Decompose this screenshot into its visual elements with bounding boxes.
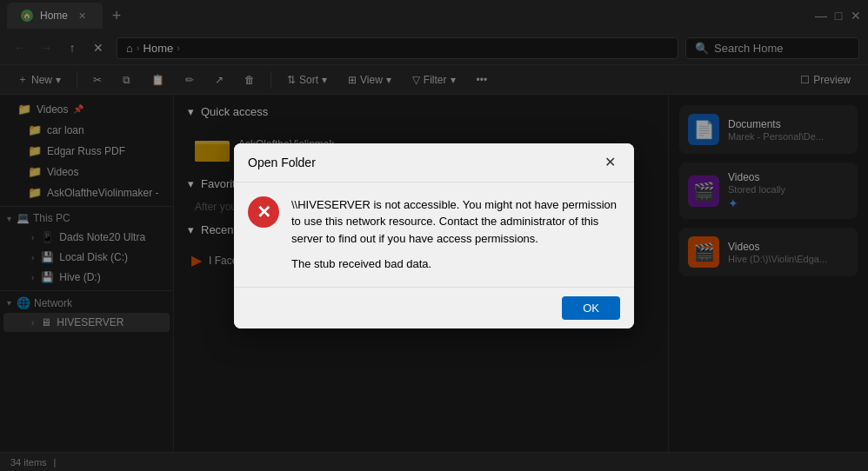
open-folder-modal: Open Folder ✕ ✕ \\HIVESERVER is not acce…	[234, 143, 634, 328]
modal-error-icon: ✕	[248, 196, 279, 228]
modal-ok-button[interactable]: OK	[562, 296, 620, 320]
modal-stub-text: The stub received bad data.	[291, 255, 620, 273]
modal-close-button[interactable]: ✕	[599, 152, 620, 173]
modal-title: Open Folder	[248, 156, 316, 169]
modal-footer: OK	[234, 287, 634, 328]
modal-body: ✕ \\HIVESERVER is not accessible. You mi…	[234, 182, 634, 287]
modal-message: \\HIVESERVER is not accessible. You migh…	[291, 196, 620, 273]
modal-overlay: Open Folder ✕ ✕ \\HIVESERVER is not acce…	[0, 0, 868, 471]
modal-header: Open Folder ✕	[234, 143, 634, 182]
